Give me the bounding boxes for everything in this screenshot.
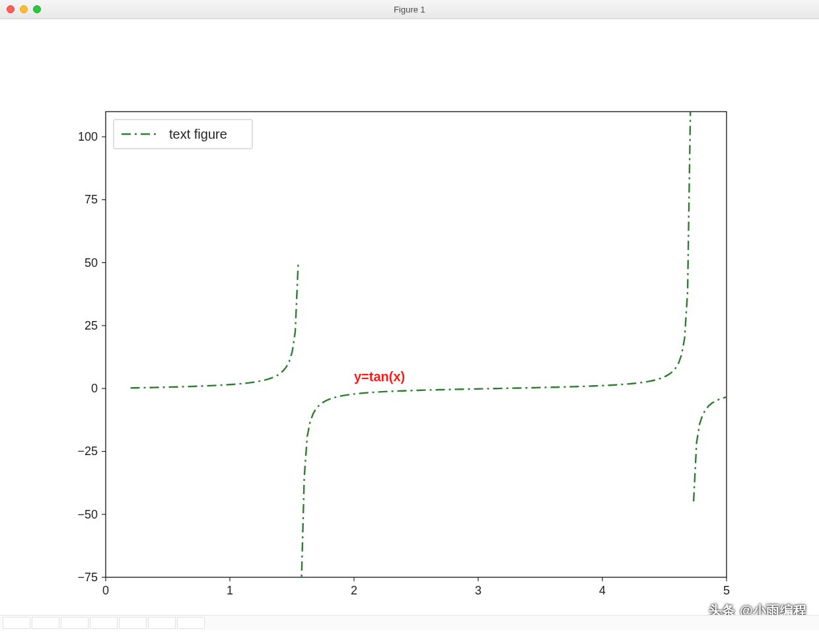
legend: text figure: [114, 120, 252, 149]
chart-annotation: y=tan(x): [354, 369, 405, 384]
traffic-lights: [7, 5, 41, 13]
toolbar-config-button[interactable]: [148, 617, 176, 629]
toolbar-home-button[interactable]: [3, 617, 30, 629]
matplotlib-toolbar: [0, 615, 819, 630]
legend-label: text figure: [169, 127, 227, 141]
y-tick-label: 75: [85, 193, 98, 206]
y-tick-label: 100: [78, 130, 98, 143]
toolbar-save-button[interactable]: [177, 617, 205, 629]
y-tick-label: 50: [85, 256, 98, 269]
toolbar-pan-button[interactable]: [90, 617, 118, 629]
x-tick-label: 0: [102, 584, 109, 597]
toolbar-back-button[interactable]: [32, 617, 59, 629]
x-tick-label: 4: [599, 584, 606, 597]
chart-svg: 012345−75−50−250255075100y=tan(x)text fi…: [0, 19, 819, 630]
y-tick-label: −25: [77, 445, 98, 458]
toolbar-zoom-button[interactable]: [119, 617, 147, 629]
y-tick-label: 25: [85, 319, 98, 332]
figure-canvas: 012345−75−50−250255075100y=tan(x)text fi…: [0, 19, 819, 630]
zoom-button[interactable]: [33, 5, 41, 13]
series-line-tan: [131, 99, 727, 590]
x-tick-label: 1: [227, 584, 233, 597]
y-tick-label: −75: [77, 571, 98, 584]
close-button[interactable]: [7, 5, 15, 13]
x-tick-label: 2: [351, 584, 357, 597]
toolbar-forward-button[interactable]: [61, 617, 89, 629]
window-titlebar: Figure 1: [0, 0, 819, 19]
axes-frame: [106, 112, 727, 577]
x-tick-label: 5: [723, 584, 730, 597]
y-tick-label: −50: [77, 508, 98, 521]
y-tick-label: 0: [91, 382, 98, 395]
window-title: Figure 1: [0, 5, 819, 15]
minimize-button[interactable]: [20, 5, 28, 13]
x-tick-label: 3: [475, 584, 481, 597]
